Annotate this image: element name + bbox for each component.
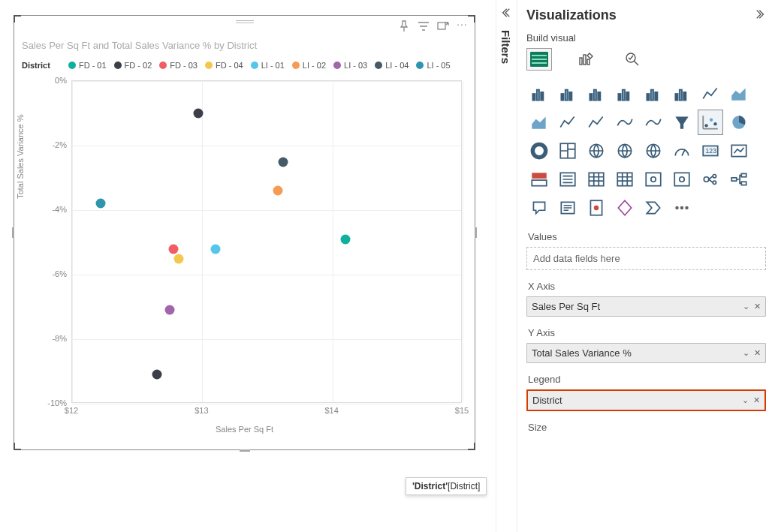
expand-pane-icon[interactable] xyxy=(755,9,766,22)
viz-type-treemap[interactable] xyxy=(555,138,581,164)
viz-type-stacked-bar-100[interactable] xyxy=(641,81,666,107)
svg-rect-39 xyxy=(532,173,547,179)
format-visual-tab[interactable] xyxy=(573,48,599,71)
svg-rect-44 xyxy=(646,173,661,185)
size-label: Size xyxy=(526,422,766,433)
remove-field-icon[interactable]: ✕ xyxy=(754,302,761,311)
y-tick: -6% xyxy=(52,269,67,278)
viz-type-scatter[interactable] xyxy=(698,110,723,135)
values-field-well[interactable]: Add data fields here xyxy=(526,247,766,270)
viz-type-donut[interactable] xyxy=(526,138,552,164)
chevron-down-icon[interactable]: ⌄ xyxy=(742,395,749,405)
filter-icon[interactable] xyxy=(418,20,430,32)
viz-type-clustered-column-100[interactable] xyxy=(669,81,695,107)
viz-type-python-visual[interactable] xyxy=(669,167,695,192)
viz-type-stacked-column[interactable] xyxy=(584,81,609,107)
viz-type-line-clustered[interactable] xyxy=(555,110,581,135)
viz-type-funnel[interactable] xyxy=(669,110,695,135)
viz-type-paginated[interactable] xyxy=(584,195,609,221)
legend-item[interactable]: FD - 01 xyxy=(68,61,107,70)
viz-type-narrative[interactable] xyxy=(555,195,581,221)
legend-item[interactable]: LI - 05 xyxy=(416,61,450,70)
viz-type-map[interactable] xyxy=(584,138,609,164)
viz-type-pie[interactable] xyxy=(726,110,752,135)
viz-type-clustered-column[interactable] xyxy=(612,81,638,107)
viz-type-powerapps[interactable] xyxy=(612,195,638,221)
viz-type-line-stacked[interactable] xyxy=(584,110,609,135)
remove-field-icon[interactable]: ✕ xyxy=(753,395,760,405)
viz-type-line[interactable] xyxy=(698,81,723,107)
filters-pane-collapsed[interactable]: Filters xyxy=(496,0,517,532)
data-point[interactable] xyxy=(278,157,288,167)
legend-item[interactable]: FD - 03 xyxy=(159,61,198,70)
data-point[interactable] xyxy=(210,244,220,254)
legend-item[interactable]: LI - 03 xyxy=(333,61,367,70)
yaxis-field-pill[interactable]: Total Sales Variance % ⌄✕ xyxy=(526,343,766,363)
focus-mode-icon[interactable] xyxy=(437,20,449,32)
viz-type-slicer[interactable] xyxy=(555,167,581,192)
visual-drag-handle[interactable] xyxy=(236,19,254,25)
xaxis-field-pill[interactable]: Sales Per Sq Ft ⌄✕ xyxy=(526,296,766,317)
svg-rect-52 xyxy=(741,173,746,176)
legend-item[interactable]: LI - 04 xyxy=(375,61,409,70)
svg-point-45 xyxy=(651,177,656,182)
build-visual-tab[interactable] xyxy=(526,48,552,71)
remove-field-icon[interactable]: ✕ xyxy=(754,348,761,358)
more-options-icon[interactable]: ··· xyxy=(457,20,469,32)
svg-point-49 xyxy=(713,175,716,178)
viz-type-stacked-bar[interactable] xyxy=(526,81,552,107)
svg-rect-15 xyxy=(590,94,592,101)
viz-type-clustered-bar[interactable] xyxy=(555,81,581,107)
chevron-down-icon[interactable]: ⌄ xyxy=(743,302,749,311)
viz-type-waterfall[interactable] xyxy=(641,110,666,135)
svg-rect-4 xyxy=(532,62,547,64)
viz-type-multi-row[interactable] xyxy=(526,167,552,192)
viz-type-decomposition-tree[interactable] xyxy=(726,167,752,192)
viz-type-gauge[interactable] xyxy=(669,138,695,164)
y-axis-label: Total Sales Variance % xyxy=(16,115,25,199)
chevron-down-icon[interactable]: ⌄ xyxy=(743,348,749,358)
visual-container[interactable]: ··· Sales Per Sq Ft and Total Sales Vari… xyxy=(14,15,475,450)
svg-rect-51 xyxy=(731,178,737,181)
data-point[interactable] xyxy=(341,234,351,244)
expand-filters-icon[interactable] xyxy=(500,8,511,20)
legend-item-label: FD - 03 xyxy=(170,61,198,70)
viz-type-matrix[interactable] xyxy=(612,167,638,192)
legend-item[interactable]: FD - 02 xyxy=(114,61,152,70)
legend-swatch xyxy=(251,62,258,69)
viz-type-r-visual[interactable] xyxy=(641,167,666,192)
filters-label: Filters xyxy=(499,30,512,64)
viz-type-powerautomate[interactable] xyxy=(641,195,666,221)
svg-rect-42 xyxy=(589,173,604,185)
legend-field-pill[interactable]: District ⌄✕ xyxy=(526,389,766,411)
pin-icon[interactable] xyxy=(398,20,410,32)
data-point[interactable] xyxy=(165,305,175,315)
data-point[interactable] xyxy=(174,254,184,263)
y-tick: -2% xyxy=(52,140,67,149)
data-point[interactable] xyxy=(152,370,161,380)
viz-type-ribbon[interactable] xyxy=(612,110,638,135)
analytics-tab[interactable] xyxy=(620,48,645,71)
viz-type-qna[interactable] xyxy=(526,195,552,221)
viz-type-card[interactable]: 123 xyxy=(698,138,723,164)
viz-type-area[interactable] xyxy=(726,81,752,107)
legend-item[interactable]: LI - 02 xyxy=(292,61,326,70)
legend-item[interactable]: FD - 04 xyxy=(205,61,243,70)
viz-type-more[interactable] xyxy=(669,195,695,221)
legend-field-name: District xyxy=(532,395,562,406)
data-point[interactable] xyxy=(194,109,204,119)
legend-item[interactable]: LI - 01 xyxy=(251,61,285,70)
data-point[interactable] xyxy=(273,186,282,196)
svg-rect-16 xyxy=(594,90,596,101)
xaxis-field-name: Sales Per Sq Ft xyxy=(532,301,600,312)
viz-type-filled-map[interactable] xyxy=(612,138,638,164)
viz-type-stacked-area[interactable] xyxy=(526,110,552,135)
svg-rect-19 xyxy=(623,90,625,101)
viz-type-key-influencers[interactable] xyxy=(698,167,723,192)
viz-type-kpi[interactable] xyxy=(726,138,752,164)
viz-type-table[interactable] xyxy=(584,167,609,192)
data-point[interactable] xyxy=(169,244,179,254)
legend-swatch xyxy=(375,62,382,69)
data-point[interactable] xyxy=(96,199,106,209)
viz-type-azure-map[interactable] xyxy=(641,138,666,164)
